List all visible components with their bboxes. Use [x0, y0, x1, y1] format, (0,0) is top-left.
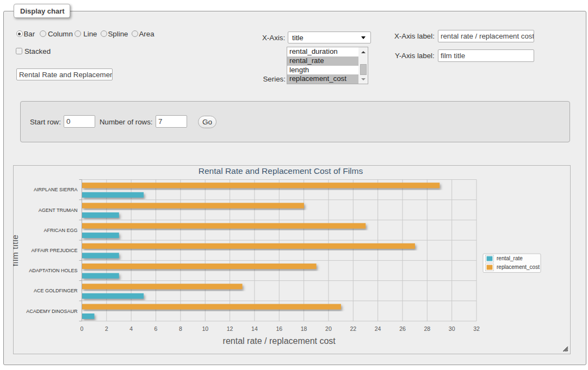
- svg-text:ACE GOLDFINGER: ACE GOLDFINGER: [34, 288, 78, 293]
- svg-text:24: 24: [375, 325, 381, 332]
- svg-text:10: 10: [202, 325, 208, 332]
- svg-text:rental_rate: rental_rate: [497, 255, 523, 261]
- svg-text:AFRICAN EGG: AFRICAN EGG: [44, 228, 77, 233]
- svg-text:AIRPLANE SIERRA: AIRPLANE SIERRA: [34, 187, 78, 192]
- svg-text:8: 8: [179, 325, 182, 332]
- svg-text:6: 6: [154, 325, 158, 332]
- svg-text:replacement_cost: replacement_cost: [497, 264, 540, 270]
- svg-text:0: 0: [81, 325, 84, 332]
- svg-text:14: 14: [251, 325, 258, 332]
- svg-text:18: 18: [301, 325, 307, 332]
- svg-text:22: 22: [350, 325, 356, 332]
- svg-text:2: 2: [105, 325, 108, 332]
- svg-text:16: 16: [276, 325, 282, 332]
- svg-text:ADAPTATION HOLES: ADAPTATION HOLES: [29, 268, 77, 273]
- svg-text:12: 12: [227, 325, 233, 332]
- svg-text:30: 30: [449, 325, 455, 332]
- svg-text:ACADEMY DINOSAUR: ACADEMY DINOSAUR: [26, 309, 78, 314]
- svg-text:Rental Rate and Replacement Co: Rental Rate and Replacement Cost of Film…: [199, 166, 363, 175]
- svg-text:rental rate / replacement cost: rental rate / replacement cost: [223, 336, 336, 346]
- svg-text:4: 4: [129, 325, 133, 332]
- svg-text:film title: film title: [13, 235, 20, 267]
- svg-text:26: 26: [399, 325, 406, 332]
- svg-text:AFFAIR PREJUDICE: AFFAIR PREJUDICE: [31, 248, 77, 253]
- svg-text:28: 28: [424, 325, 430, 332]
- svg-text:32: 32: [473, 325, 480, 332]
- svg-text:20: 20: [325, 325, 332, 332]
- svg-text:AGENT TRUMAN: AGENT TRUMAN: [39, 208, 78, 213]
